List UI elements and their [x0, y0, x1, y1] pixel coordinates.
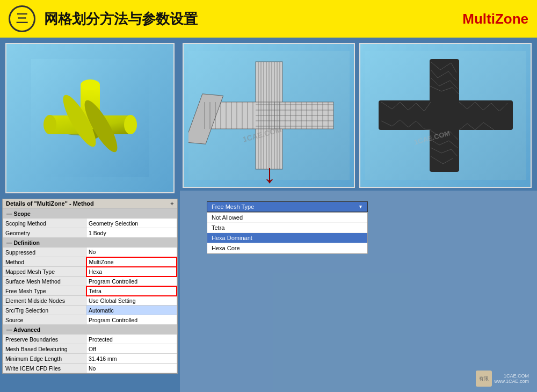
tet-mesh-svg: 1CAE.COM	[365, 51, 526, 180]
svg-point-4	[124, 115, 137, 134]
col-element-midside-value: Use Global Setting	[86, 296, 177, 306]
svg-point-3	[43, 115, 56, 134]
table-row: Surface Mesh Method Program Controlled	[3, 277, 177, 286]
col-preserve-value: Protected	[86, 335, 177, 344]
arrow-indicator: ↓	[263, 161, 276, 187]
col-free-mesh-label: Free Mesh Type	[3, 286, 86, 296]
logo-area: 有限 1CAE.COM www.1CAE.com	[476, 371, 529, 387]
table-row: Mapped Mesh Type Hexa	[3, 267, 177, 277]
right-area: 1CAE.COM	[180, 38, 537, 392]
col-scoping-method-value: Geometry Selection	[86, 219, 177, 228]
col-icem-label: Write ICEM CFD Files	[3, 364, 86, 373]
definition-section-header: — Definition	[3, 238, 177, 248]
table-row: Method MultiZone	[3, 257, 177, 267]
col-min-edge-value: 31.416 mm	[86, 354, 177, 364]
yellow-cross-model	[31, 59, 149, 177]
dropdown-option-hexa-dominant[interactable]: Hexa Dominant	[207, 233, 367, 243]
dropdown-arrow-icon: ▼	[358, 204, 363, 209]
col-src-trg-label: Src/Trg Selection	[3, 306, 86, 315]
col-method-value: MultiZone	[86, 257, 177, 267]
details-panel: Details of "MultiZone" - Method ✦ — Scop…	[2, 199, 178, 374]
col-mesh-defeat-value: Off	[86, 344, 177, 354]
col-geometry-label: Geometry	[3, 228, 86, 238]
dropdown-option-tetra[interactable]: Tetra	[207, 223, 367, 233]
table-row: Free Mesh Type Tetra	[3, 286, 177, 296]
scope-label: — Scope	[3, 209, 177, 219]
advanced-section-header: — Advanced	[3, 325, 177, 335]
col-method-label: Method	[3, 257, 86, 267]
dropdown-list: Not Allowed Tetra Hexa Dominant Hexa Cor…	[207, 212, 368, 254]
dropdown-option-hexa-core[interactable]: Hexa Core	[207, 243, 367, 253]
scope-section-header: — Scope	[3, 209, 177, 219]
dropdown-option-not-allowed[interactable]: Not Allowed	[207, 213, 367, 223]
method-name: MultiZone	[462, 11, 528, 27]
col-mesh-defeat-label: Mesh Based Defeaturing	[3, 344, 86, 354]
header: 三 网格划分方法与参数设置 MultiZone	[0, 0, 537, 38]
col-suppressed-value: No	[86, 248, 177, 257]
col-icem-value: No	[86, 364, 177, 373]
col-surface-mesh-value: Program Controlled	[86, 277, 177, 286]
col-element-midside-label: Element Midside Nodes	[3, 296, 86, 306]
model-preview-yellow	[5, 43, 175, 193]
logo-icon: 有限	[476, 371, 492, 387]
table-row: Mesh Based Defeaturing Off	[3, 344, 177, 354]
free-mesh-type-dropdown[interactable]: Free Mesh Type ▼ Not Allowed Tetra Hexa …	[207, 201, 368, 254]
table-row: Element Midside Nodes Use Global Setting	[3, 296, 177, 306]
table-row: Geometry 1 Body	[3, 228, 177, 238]
col-mapped-mesh-value: Hexa	[86, 267, 177, 277]
col-free-mesh-value[interactable]: Tetra	[86, 286, 177, 296]
col-min-edge-label: Minimum Edge Length	[3, 354, 86, 364]
main-content: Details of "MultiZone" - Method ✦ — Scop…	[0, 38, 537, 392]
table-row: Write ICEM CFD Files No	[3, 364, 177, 373]
left-panel: Details of "MultiZone" - Method ✦ — Scop…	[0, 38, 180, 392]
col-scoping-method-label: Scoping Method	[3, 219, 86, 228]
col-geometry-value: 1 Body	[86, 228, 177, 238]
table-row: Src/Trg Selection Automatic	[3, 306, 177, 315]
col-suppressed-label: Suppressed	[3, 248, 86, 257]
details-title-bar: Details of "MultiZone" - Method ✦	[3, 199, 177, 208]
dropdown-area: ↓ Free Mesh Type ▼ Not Allowed Tetra Hex…	[180, 191, 537, 392]
table-row: Scoping Method Geometry Selection	[3, 219, 177, 228]
dropdown-header[interactable]: Free Mesh Type ▼	[207, 201, 368, 212]
page-title: 网格划分方法与参数设置	[44, 10, 454, 28]
details-title: Details of "MultiZone" - Method	[6, 200, 94, 207]
pin-icon: ✦	[170, 201, 174, 207]
svg-rect-54	[379, 100, 513, 130]
section-icon: 三	[9, 5, 35, 32]
table-row: Preserve Boundaries Protected	[3, 335, 177, 344]
tet-mesh-model: 1CAE.COM	[359, 43, 532, 188]
col-source-label: Source	[3, 315, 86, 325]
dropdown-label: Free Mesh Type	[212, 204, 254, 210]
advanced-label: — Advanced	[3, 325, 177, 335]
col-src-trg-value: Automatic	[86, 306, 177, 315]
col-source-value: Program Controlled	[86, 315, 177, 325]
details-table: — Scope Scoping Method Geometry Selectio…	[3, 208, 177, 373]
svg-point-10	[81, 79, 100, 90]
definition-label: — Definition	[3, 238, 177, 248]
col-preserve-label: Preserve Boundaries	[3, 335, 86, 344]
col-mapped-mesh-label: Mapped Mesh Type	[3, 267, 86, 277]
table-row: Suppressed No	[3, 248, 177, 257]
table-row: Minimum Edge Length 31.416 mm	[3, 354, 177, 364]
col-surface-mesh-label: Surface Mesh Method	[3, 277, 86, 286]
table-row: Source Program Controlled	[3, 315, 177, 325]
models-row: 1CAE.COM	[180, 38, 537, 191]
logo-text: 1CAE.COM www.1CAE.com	[494, 373, 529, 384]
